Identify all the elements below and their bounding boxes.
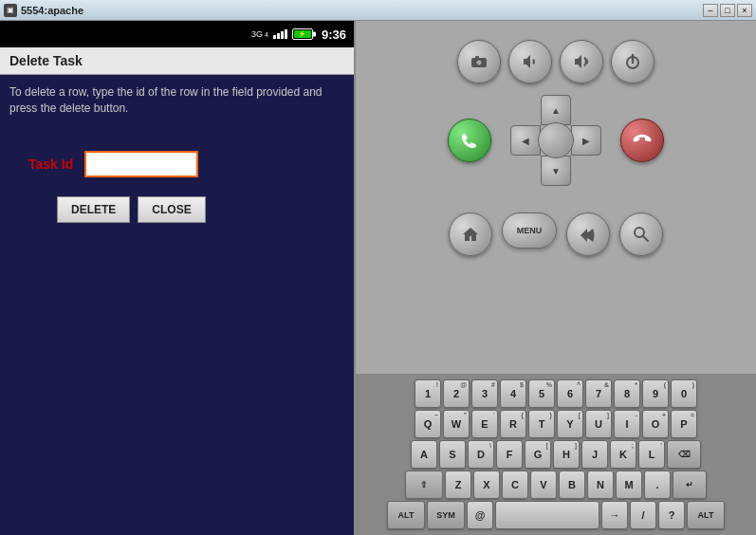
key-b[interactable]: B <box>559 470 585 499</box>
key-2[interactable]: @2 <box>443 379 470 408</box>
power-button[interactable] <box>611 40 655 83</box>
key-d[interactable]: \D <box>468 440 494 469</box>
key-h[interactable]: ]H <box>553 440 580 469</box>
key-at[interactable]: @ <box>467 501 493 529</box>
svg-rect-3 <box>475 56 479 59</box>
home-button[interactable] <box>449 212 492 256</box>
dpad: ▲ ◀ ▶ ▼ <box>510 95 601 186</box>
key-5[interactable]: %5 <box>528 379 555 408</box>
key-4[interactable]: $4 <box>500 379 526 408</box>
shift-key[interactable]: ⇧ <box>405 470 443 499</box>
key-3[interactable]: #3 <box>471 379 498 408</box>
status-icons: 3G 4 ⚡ 9:36 <box>251 28 346 42</box>
key-7[interactable]: &7 <box>585 379 612 408</box>
delete-key[interactable]: ⌫ <box>667 440 701 469</box>
keyboard-row-5: ALT SYM @ → / ? ALT <box>360 501 752 529</box>
search-button[interactable] <box>619 212 663 256</box>
dpad-up-button[interactable]: ▲ <box>541 95 571 125</box>
close-button[interactable]: CLOSE <box>138 196 205 223</box>
button-row: DELETE CLOSE <box>0 196 354 223</box>
key-n[interactable]: N <box>587 470 614 499</box>
key-1[interactable]: !1 <box>415 379 441 408</box>
key-l[interactable]: 'L <box>638 440 665 469</box>
key-z[interactable]: Z <box>445 470 471 499</box>
key-question[interactable]: ? <box>658 501 685 529</box>
key-arrow-right[interactable]: → <box>601 501 628 529</box>
minimize-button[interactable]: – <box>703 4 718 17</box>
task-id-input[interactable] <box>84 151 198 177</box>
key-v[interactable]: V <box>530 470 557 499</box>
app-description: To delete a row, type the id of the row … <box>0 75 354 122</box>
key-6[interactable]: ^6 <box>557 379 583 408</box>
dpad-right-button[interactable]: ▶ <box>571 125 601 156</box>
network-indicator: 3G <box>251 29 263 39</box>
end-call-button[interactable] <box>620 119 664 162</box>
close-window-button[interactable]: × <box>737 4 752 17</box>
key-w[interactable]: "W <box>443 410 470 438</box>
key-a[interactable]: A <box>411 440 437 469</box>
battery-icon: ⚡ <box>292 28 313 40</box>
key-p[interactable]: =P <box>671 410 697 438</box>
bottom-nav-buttons: MENU <box>449 212 663 256</box>
status-time: 9:36 <box>322 28 346 42</box>
window-controls: – □ × <box>703 4 752 17</box>
keyboard-row-3: A S \D F [G ]H J ;K 'L ⌫ <box>360 440 752 469</box>
key-i[interactable]: -I <box>614 410 640 438</box>
sym-key[interactable]: SYM <box>427 501 465 529</box>
keyboard-row-1: !1 @2 #3 $4 %5 ^6 &7 *8 (9 )0 <box>360 379 752 408</box>
menu-button[interactable]: MENU <box>502 212 557 249</box>
key-slash[interactable]: / <box>630 501 656 529</box>
key-m[interactable]: M <box>616 470 642 499</box>
dpad-left-button[interactable]: ◀ <box>510 125 541 156</box>
key-r[interactable]: {R <box>500 410 526 438</box>
space-key[interactable] <box>495 501 599 529</box>
key-e[interactable]: `E <box>471 410 498 438</box>
app-content: Delete Task To delete a row, type the id… <box>0 47 354 535</box>
key-o[interactable]: +O <box>642 410 669 438</box>
key-q[interactable]: ~Q <box>415 410 441 438</box>
top-control-buttons <box>457 40 655 83</box>
key-j[interactable]: J <box>581 440 608 469</box>
main-container: 3G 4 ⚡ 9:36 Delete Task To <box>0 21 756 535</box>
app-icon: ▣ <box>4 4 17 17</box>
key-8[interactable]: *8 <box>614 379 640 408</box>
key-x[interactable]: X <box>473 470 500 499</box>
title-bar: ▣ 5554:apache – □ × <box>0 0 756 21</box>
keyboard-row-2: ~Q "W `E {R }T [Y ]U -I +O =P <box>360 410 752 438</box>
key-y[interactable]: [Y <box>557 410 583 438</box>
phone-panel: 3G 4 ⚡ 9:36 Delete Task To <box>0 21 356 535</box>
svg-point-2 <box>477 61 481 65</box>
camera-button[interactable] <box>457 40 501 83</box>
key-u[interactable]: ]U <box>585 410 612 438</box>
signal-bars <box>273 29 287 39</box>
maximize-button[interactable]: □ <box>720 4 735 17</box>
status-bar: 3G 4 ⚡ 9:36 <box>0 21 354 47</box>
enter-key[interactable]: ↵ <box>673 470 707 499</box>
alt-key-right[interactable]: ALT <box>687 501 725 529</box>
form-area: Task Id <box>0 122 354 196</box>
controls-panel: ▲ ◀ ▶ ▼ MENU <box>356 21 756 535</box>
key-0[interactable]: )0 <box>671 379 697 408</box>
key-c[interactable]: C <box>502 470 528 499</box>
key-k[interactable]: ;K <box>610 440 636 469</box>
svg-line-7 <box>643 236 648 241</box>
alt-key-left[interactable]: ALT <box>387 501 425 529</box>
key-g[interactable]: [G <box>525 440 551 469</box>
dpad-center-button[interactable] <box>538 122 574 158</box>
key-t[interactable]: }T <box>528 410 555 438</box>
key-f[interactable]: F <box>496 440 523 469</box>
dpad-down-button[interactable]: ▼ <box>541 156 571 186</box>
task-id-label: Task Id <box>28 157 73 172</box>
key-9[interactable]: (9 <box>642 379 669 408</box>
window-title: 5554:apache <box>21 5 83 16</box>
keyboard-row-4: ⇧ Z X C V B N M . ↵ <box>360 470 752 499</box>
volume-up-button[interactable] <box>560 40 603 83</box>
delete-button[interactable]: DELETE <box>57 196 130 223</box>
keyboard: !1 @2 #3 $4 %5 ^6 &7 *8 (9 )0 ~Q "W `E {… <box>356 374 756 535</box>
back-button[interactable] <box>566 212 610 256</box>
call-button[interactable] <box>448 119 491 162</box>
dpad-section: ▲ ◀ ▶ ▼ <box>448 95 664 186</box>
key-s[interactable]: S <box>439 440 466 469</box>
volume-down-button[interactable] <box>508 40 552 83</box>
key-period[interactable]: . <box>644 470 671 499</box>
